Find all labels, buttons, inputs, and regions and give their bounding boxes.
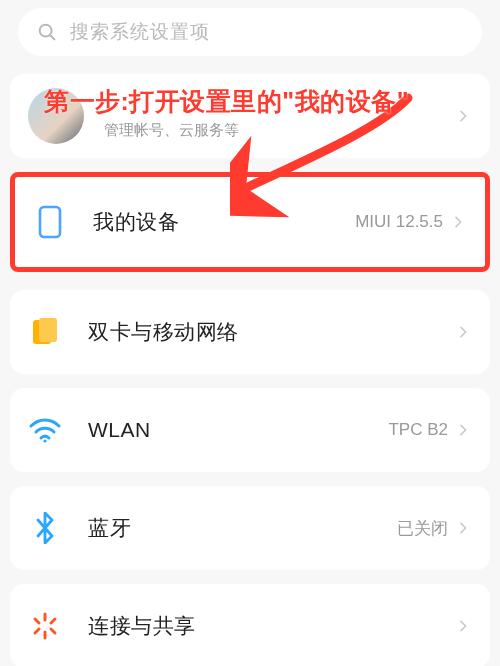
- my-device-label: 我的设备: [93, 208, 355, 236]
- search-bar[interactable]: 搜索系统设置项: [18, 8, 482, 56]
- chevron-right-icon: [449, 213, 467, 231]
- bluetooth-row[interactable]: 蓝牙 已关闭: [10, 486, 490, 570]
- sim-icon: [28, 315, 62, 349]
- svg-rect-4: [39, 318, 57, 342]
- connect-share-row[interactable]: 连接与共享: [10, 584, 490, 666]
- chevron-right-icon: [454, 519, 472, 537]
- wlan-row[interactable]: WLAN TPC B2: [10, 388, 490, 472]
- list-item-value: TPC B2: [388, 420, 448, 440]
- sim-network-row[interactable]: 双卡与移动网络: [10, 290, 490, 374]
- list-item-label: 双卡与移动网络: [88, 318, 448, 346]
- list-item-label: 连接与共享: [88, 612, 448, 640]
- search-placeholder: 搜索系统设置项: [70, 19, 210, 45]
- account-subtitle: 管理帐号、云服务等: [104, 121, 454, 140]
- search-icon: [36, 21, 58, 43]
- svg-line-1: [50, 35, 54, 39]
- account-row[interactable]: . 管理帐号、云服务等: [10, 74, 490, 158]
- chevron-right-icon: [454, 617, 472, 635]
- list-item-value: 已关闭: [397, 517, 448, 540]
- my-device-value: MIUI 12.5.5: [355, 212, 443, 232]
- chevron-right-icon: [454, 323, 472, 341]
- wifi-icon: [28, 413, 62, 447]
- svg-rect-2: [40, 207, 60, 237]
- list-item-label: 蓝牙: [88, 514, 397, 542]
- chevron-right-icon: [454, 107, 472, 125]
- list-item-label: WLAN: [88, 418, 388, 442]
- bluetooth-icon: [28, 511, 62, 545]
- svg-point-5: [43, 439, 46, 442]
- my-device-row[interactable]: 我的设备 MIUI 12.5.5: [10, 172, 490, 272]
- chevron-right-icon: [454, 421, 472, 439]
- avatar: [28, 88, 84, 144]
- share-icon: [28, 609, 62, 643]
- phone-icon: [33, 205, 67, 239]
